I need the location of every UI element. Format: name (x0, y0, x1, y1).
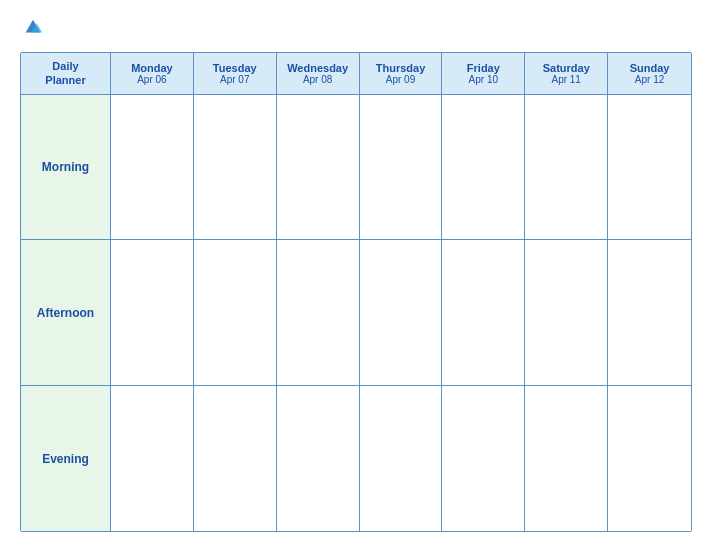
logo (20, 18, 44, 38)
cell-0-0[interactable] (111, 95, 194, 240)
header-col-2: Wednesday Apr 08 (277, 53, 360, 94)
cell-2-2[interactable] (277, 386, 360, 531)
cell-1-0[interactable] (111, 240, 194, 385)
cell-1-5[interactable] (525, 240, 608, 385)
cell-1-2[interactable] (277, 240, 360, 385)
header-first-col: DailyPlanner (21, 53, 111, 94)
cell-2-3[interactable] (360, 386, 443, 531)
calendar-header-row: DailyPlanner Monday Apr 06 Tuesday Apr 0… (21, 53, 691, 95)
col-date: Apr 08 (303, 74, 332, 85)
col-day-name: Friday (467, 62, 500, 74)
page: DailyPlanner Monday Apr 06 Tuesday Apr 0… (0, 0, 712, 550)
header-col-5: Saturday Apr 11 (525, 53, 608, 94)
cell-2-5[interactable] (525, 386, 608, 531)
cell-1-1[interactable] (194, 240, 277, 385)
cell-1-6[interactable] (608, 240, 691, 385)
col-date: Apr 09 (386, 74, 415, 85)
cell-0-2[interactable] (277, 95, 360, 240)
col-day-name: Tuesday (213, 62, 257, 74)
cell-0-6[interactable] (608, 95, 691, 240)
cell-2-0[interactable] (111, 386, 194, 531)
row-evening: Evening (21, 386, 691, 531)
header-col-3: Thursday Apr 09 (360, 53, 443, 94)
header-col-0: Monday Apr 06 (111, 53, 194, 94)
cell-2-4[interactable] (442, 386, 525, 531)
cell-1-3[interactable] (360, 240, 443, 385)
col-date: Apr 12 (635, 74, 664, 85)
cell-0-3[interactable] (360, 95, 443, 240)
col-date: Apr 11 (551, 74, 580, 85)
col-day-name: Wednesday (287, 62, 348, 74)
header-col-6: Sunday Apr 12 (608, 53, 691, 94)
col-date: Apr 10 (469, 74, 498, 85)
cell-2-1[interactable] (194, 386, 277, 531)
row-afternoon: Afternoon (21, 240, 691, 386)
header-col-4: Friday Apr 10 (442, 53, 525, 94)
col-day-name: Monday (131, 62, 173, 74)
col-day-name: Sunday (630, 62, 670, 74)
calendar: DailyPlanner Monday Apr 06 Tuesday Apr 0… (20, 52, 692, 532)
col-day-name: Saturday (543, 62, 590, 74)
cell-0-4[interactable] (442, 95, 525, 240)
header (20, 18, 692, 38)
cell-0-5[interactable] (525, 95, 608, 240)
col-date: Apr 07 (220, 74, 249, 85)
row-label-1: Afternoon (21, 240, 111, 385)
row-label-0: Morning (21, 95, 111, 240)
row-label-2: Evening (21, 386, 111, 531)
first-col-label: DailyPlanner (45, 59, 85, 88)
cell-0-1[interactable] (194, 95, 277, 240)
col-day-name: Thursday (376, 62, 426, 74)
header-col-1: Tuesday Apr 07 (194, 53, 277, 94)
col-date: Apr 06 (137, 74, 166, 85)
row-morning: Morning (21, 95, 691, 241)
cell-2-6[interactable] (608, 386, 691, 531)
calendar-body: MorningAfternoonEvening (21, 95, 691, 531)
cell-1-4[interactable] (442, 240, 525, 385)
logo-icon (22, 16, 44, 38)
